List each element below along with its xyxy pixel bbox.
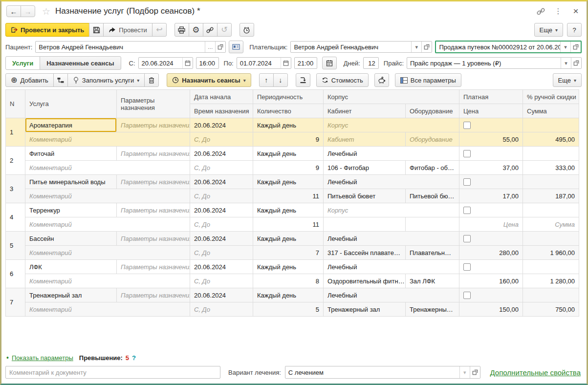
cell-comment[interactable]: Комментарий [25, 302, 190, 317]
cell-discount[interactable] [523, 203, 579, 217]
cell-params[interactable]: Параметры назначения [117, 232, 190, 246]
from-date-field[interactable]: 20.06.2024 [138, 57, 193, 69]
from-date-calendar-icon[interactable] [182, 58, 193, 68]
move-down-button[interactable]: ↓ [273, 73, 288, 87]
cell-n[interactable]: 4 [6, 203, 25, 232]
undo-button[interactable]: ↩ [152, 23, 167, 37]
cell-comment[interactable]: Комментарий [25, 274, 190, 288]
save-button[interactable] [89, 23, 104, 37]
cell-start-date[interactable]: 20.06.2024 [190, 203, 253, 217]
cell-sum[interactable]: 1 960,00 [523, 246, 579, 260]
cell-building[interactable]: Лечебный [324, 232, 459, 246]
cell-price[interactable]: 37,00 [459, 161, 523, 175]
cell-start-date[interactable]: 20.06.2024 [190, 260, 253, 274]
finish-assignment-button[interactable] [296, 73, 310, 87]
col-header-price[interactable]: Цена [459, 104, 523, 118]
cell-room[interactable]: Тренажерный зал [324, 302, 406, 317]
cell-service[interactable]: Ароматерапия [25, 118, 117, 132]
days-field[interactable]: 12 [363, 57, 379, 69]
cell-qty[interactable]: 9 [253, 161, 324, 175]
cell-equipment[interactable]: Оборудование [406, 132, 459, 147]
cell-n[interactable]: 7 [6, 288, 25, 317]
payer-field[interactable]: Ветров Андрей Геннадьевич ▾ [290, 41, 432, 53]
paid-checkbox[interactable] [463, 263, 471, 271]
cell-start-date[interactable]: 20.06.2024 [190, 232, 253, 246]
voucher-open-icon[interactable] [570, 42, 581, 52]
help-button[interactable]: ? [567, 23, 582, 37]
cell-time[interactable]: С, До [190, 132, 253, 147]
cell-equipment[interactable]: Зал ЛФК [406, 274, 459, 288]
cell-paid[interactable] [459, 232, 523, 246]
cell-building[interactable]: Лечебный [324, 147, 459, 161]
treatment-variant-field[interactable]: С лечением ▾ [285, 366, 480, 379]
print-button[interactable] [174, 23, 189, 37]
document-comment-input[interactable] [5, 366, 220, 379]
favorite-star-icon[interactable]: ☆ [42, 6, 50, 17]
col-header-paid[interactable]: Платная [459, 90, 523, 104]
cell-paid[interactable] [459, 175, 523, 189]
show-params-link[interactable]: Показать параметры [12, 354, 73, 362]
cell-discount[interactable] [523, 288, 579, 302]
col-header-date[interactable]: Дата начала [190, 90, 253, 104]
cell-params[interactable]: Параметры назначения [117, 175, 190, 189]
cell-paid[interactable] [459, 147, 523, 161]
cell-service[interactable]: ЛФК [25, 260, 117, 274]
paid-checkbox[interactable] [463, 150, 471, 157]
cell-time[interactable]: С, До [190, 161, 253, 175]
cell-service[interactable]: Фиточай [25, 147, 117, 161]
payer-open-icon[interactable] [421, 42, 432, 52]
forward-button[interactable]: → [21, 5, 35, 17]
cell-discount[interactable] [523, 147, 579, 161]
col-header-n[interactable]: N [6, 90, 25, 118]
cell-room[interactable]: Оздоровительный фитн… [324, 274, 406, 288]
cell-period[interactable]: Каждый день [253, 147, 324, 161]
cell-discount[interactable] [523, 260, 579, 274]
cell-period[interactable]: Каждый день [253, 175, 324, 189]
cell-sum[interactable]: 1 280,00 [523, 274, 579, 288]
paid-checkbox[interactable] [463, 207, 471, 214]
settings-button[interactable]: ⚙ [189, 23, 203, 37]
cell-price[interactable]: 150,00 [459, 302, 523, 317]
cell-start-date[interactable]: 20.06.2024 [190, 118, 253, 132]
cell-price[interactable]: 17,00 [459, 189, 523, 203]
cell-sum[interactable]: 750,00 [523, 302, 579, 317]
voucher-dropdown-icon[interactable]: ▾ [560, 42, 570, 52]
cell-sum[interactable]: 333,00 [523, 161, 579, 175]
to-date-field[interactable]: 01.07.2024 [237, 57, 291, 69]
paid-checkbox[interactable] [463, 235, 471, 242]
col-header-sum[interactable]: Сумма [523, 104, 579, 118]
paid-checkbox[interactable] [463, 178, 471, 186]
payer-dropdown-icon[interactable]: ▾ [411, 42, 421, 52]
form-more-button[interactable]: Еще▾ [534, 23, 563, 37]
col-header-time[interactable]: Время назначения [190, 104, 253, 118]
price-dropdown-icon[interactable]: ▾ [561, 58, 571, 68]
cell-period[interactable]: Каждый день [253, 288, 324, 302]
treatment-open-icon[interactable] [470, 366, 480, 378]
cell-building[interactable]: Лечебный [324, 288, 459, 302]
cell-comment[interactable]: Комментарий [25, 246, 190, 260]
cell-start-date[interactable]: 20.06.2024 [190, 147, 253, 161]
cell-room[interactable] [324, 217, 406, 232]
cell-price[interactable]: Цена [459, 217, 523, 232]
cell-period[interactable]: Каждый день [253, 118, 324, 132]
cell-params[interactable]: Параметры назначения [117, 288, 190, 302]
cell-params[interactable]: Параметры назначения [117, 260, 190, 274]
delete-row-button[interactable] [144, 73, 159, 87]
cell-time[interactable]: С, До [190, 189, 253, 203]
move-up-button[interactable]: ↑ [259, 73, 274, 87]
cell-n[interactable]: 1 [6, 118, 25, 147]
cell-discount[interactable] [523, 118, 579, 132]
discounts-button[interactable] [374, 73, 389, 87]
close-icon[interactable]: × [571, 6, 581, 16]
all-params-button[interactable]: Все параметры [395, 73, 461, 87]
cell-n[interactable]: 6 [6, 260, 25, 288]
history-button[interactable]: ↺ [217, 23, 232, 37]
col-header-qty[interactable]: Количество [253, 104, 324, 118]
cell-discount[interactable] [523, 232, 579, 246]
excess-help-icon[interactable]: ? [132, 354, 136, 362]
assign-sessions-button[interactable]: Назначить сеансы ▾ [167, 73, 251, 87]
cell-equipment[interactable]: Плавательн… [406, 246, 459, 260]
post-and-close-button[interactable]: Провести и закрыть [5, 23, 89, 37]
cell-period[interactable]: Каждый день [253, 203, 324, 217]
cell-building[interactable]: Лечебный [324, 175, 459, 189]
